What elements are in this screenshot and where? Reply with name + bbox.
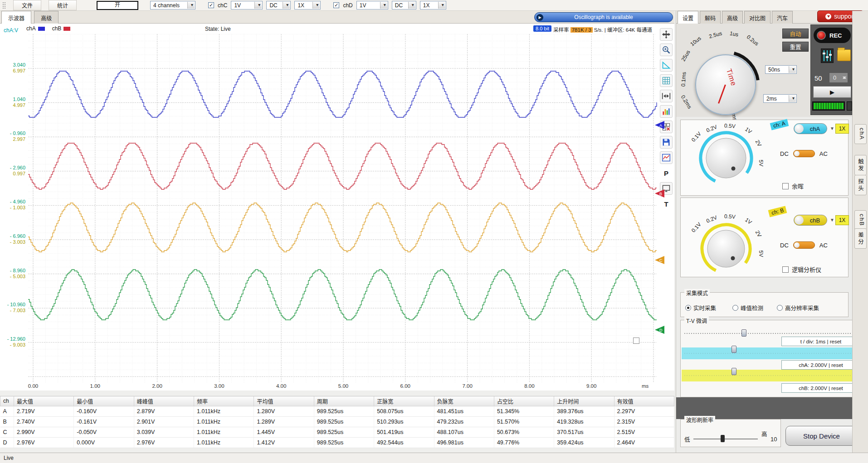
side-tab-差分[interactable]: 差分 <box>854 228 867 249</box>
chD-checkbox[interactable]: ✓ <box>333 2 339 8</box>
stop-device-button[interactable]: Stop Device <box>785 426 858 446</box>
time-fine-thumb[interactable] <box>741 329 746 337</box>
zoom-in-icon[interactable] <box>660 43 673 56</box>
chB-offset-slider[interactable] <box>682 370 860 381</box>
radio-button[interactable] <box>732 305 738 311</box>
side-tab-chA[interactable]: chA <box>854 124 867 144</box>
record-index-spinner[interactable]: 0 <box>829 72 848 83</box>
time-fine-reset[interactable]: t / div: 1ms | reset <box>781 337 860 346</box>
spectrum-icon[interactable] <box>660 105 673 118</box>
tab-advanced[interactable]: 高级 <box>34 11 59 24</box>
letter-p-icon[interactable]: P <box>660 167 673 179</box>
chevron-down-icon[interactable]: ▼ <box>830 217 834 222</box>
chA-offset-reset[interactable]: chA: 2.000V | reset <box>781 360 860 370</box>
channel-count-select[interactable]: 4 channels <box>150 1 195 10</box>
letter-t-icon[interactable]: T <box>660 198 673 210</box>
table-row[interactable]: D2.976V0.000V2.976V1.011kHz1.412V989.525… <box>0 437 674 448</box>
menu-statistics[interactable]: 统计 <box>49 0 77 10</box>
trigger-marker-D[interactable]: D <box>653 326 664 334</box>
table-header[interactable]: 占空比 <box>494 396 554 406</box>
chD-coupling-select[interactable]: DC <box>392 1 416 10</box>
panel-tab-2[interactable]: 解码 <box>700 11 721 24</box>
table-header[interactable]: 有效值 <box>614 396 674 406</box>
menu-file[interactable]: 文件 <box>13 0 41 10</box>
mixer-icon[interactable] <box>821 48 834 63</box>
chA-coupling-toggle[interactable] <box>793 150 815 157</box>
chB-volt-knob[interactable] <box>699 222 753 277</box>
table-header[interactable]: 上升时间 <box>554 396 614 406</box>
table-header[interactable]: 负脉宽 <box>434 396 494 406</box>
chA-enable-toggle[interactable]: chA <box>794 123 827 134</box>
table-header[interactable]: 频率 <box>194 396 254 406</box>
playback-button[interactable]: ▶ <box>813 86 851 98</box>
refresh-rate-slider[interactable] <box>693 439 758 439</box>
timebase-range-select[interactable]: 2ms <box>763 94 797 103</box>
table-header[interactable]: 周期 <box>314 396 374 406</box>
chA-volt-knob[interactable] <box>697 130 755 188</box>
plot-checkbox[interactable] <box>633 338 639 344</box>
auto-button[interactable]: 自动 <box>782 29 809 39</box>
chD-volt-select[interactable]: 1V <box>356 1 388 10</box>
save-icon[interactable] <box>660 136 673 149</box>
trigger-marker-B[interactable]: B <box>653 189 664 198</box>
panel-tab-1[interactable]: 设置 <box>678 11 698 24</box>
legend-item[interactable]: chB <box>52 25 71 32</box>
chC-checkbox[interactable]: ✓ <box>208 2 214 8</box>
chA-probe-select[interactable]: 1X <box>835 124 849 134</box>
table-header[interactable]: 最小值 <box>74 396 134 406</box>
chB-enable-toggle[interactable]: chB <box>794 215 827 226</box>
time-fine-slider[interactable] <box>684 333 858 334</box>
tab-oscilloscope[interactable]: 示波器 <box>1 11 31 24</box>
horizontal-expand-icon[interactable] <box>660 90 673 102</box>
radio-button[interactable] <box>777 305 783 311</box>
trigger-marker-C[interactable]: C <box>653 256 664 264</box>
chD-probe-select[interactable]: 1X <box>420 1 446 10</box>
panel-tab-5[interactable]: 汽车 <box>772 11 793 24</box>
chB-offset-reset[interactable]: chB: 2.000V | reset <box>781 383 860 393</box>
table-header[interactable]: 正脉宽 <box>374 396 434 406</box>
table-row[interactable]: A2.719V-0.160V2.879V1.011kHz1.280V989.52… <box>0 406 674 416</box>
acquisition-option[interactable]: 高分辨率采集 <box>777 304 819 312</box>
chB-offset-thumb[interactable] <box>731 368 736 375</box>
table-header[interactable]: 平均值 <box>254 396 314 406</box>
availability-banner[interactable]: ▶ Oscillograph is available <box>534 12 673 22</box>
chC-coupling-select[interactable]: DC <box>266 1 291 10</box>
table-header[interactable]: 峰峰值 <box>134 396 194 406</box>
acquisition-option[interactable]: 实时采集 <box>685 304 716 312</box>
chC-volt-select[interactable]: 1V <box>231 1 263 10</box>
side-tab-触发[interactable]: 触发 <box>854 155 867 175</box>
chB-probe-select[interactable]: 1X <box>835 215 849 225</box>
side-tab-chB[interactable]: chB <box>854 210 867 230</box>
waveform-display[interactable]: chA:V chAchB State: Live 8.0 bit 采样率 781… <box>0 24 674 391</box>
triangle-icon[interactable] <box>660 59 673 72</box>
legend-item[interactable]: chA <box>26 25 45 32</box>
logic-analyzer-checkbox[interactable] <box>782 266 789 273</box>
table-header[interactable]: 最大值 <box>14 396 74 406</box>
trigger-marker-A[interactable]: A <box>653 121 664 129</box>
waveform-plot[interactable] <box>0 24 674 391</box>
progress-end-button[interactable] <box>847 101 852 111</box>
persist-checkbox[interactable] <box>782 183 789 189</box>
chart-icon[interactable] <box>660 151 673 164</box>
refresh-rate-thumb[interactable] <box>721 435 725 442</box>
pan-icon[interactable] <box>660 28 673 41</box>
side-tab-探头[interactable]: 探头 <box>854 175 867 195</box>
chA-offset-thumb[interactable] <box>731 346 736 353</box>
table-row[interactable]: B2.740V-0.161V2.901V1.011kHz1.289V989.52… <box>0 416 674 427</box>
table-row[interactable]: C2.990V-0.050V3.039V1.011kHz1.445V989.52… <box>0 427 674 437</box>
chC-probe-select[interactable]: 1X <box>294 1 321 10</box>
power-button[interactable]: 开 <box>97 1 138 10</box>
panel-tab-3[interactable]: 高级 <box>722 11 743 24</box>
folder-icon[interactable] <box>837 49 851 61</box>
reset-button[interactable]: 重置 <box>782 42 809 52</box>
rec-button[interactable]: REC <box>814 28 851 43</box>
grid-icon[interactable] <box>660 74 673 87</box>
acquisition-option[interactable]: 峰值检测 <box>732 304 763 312</box>
chA-offset-slider[interactable] <box>682 347 860 359</box>
panel-tab-4[interactable]: 对比图 <box>744 11 770 24</box>
chevron-down-icon[interactable]: ▼ <box>830 126 834 131</box>
chB-coupling-toggle[interactable] <box>793 241 815 249</box>
grip-handle[interactable] <box>2 2 6 9</box>
radio-button[interactable] <box>685 305 691 311</box>
timebase-fine-select[interactable]: 50ns <box>765 65 797 74</box>
